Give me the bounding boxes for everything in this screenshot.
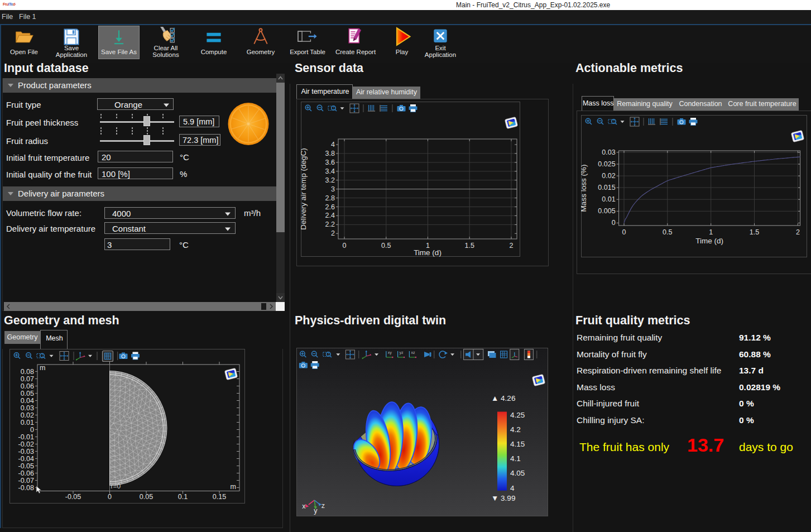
svg-text:0.01: 0.01 <box>602 195 615 203</box>
svg-text:0: 0 <box>622 228 626 236</box>
svg-text:0.1: 0.1 <box>178 493 188 501</box>
svg-text:0.01: 0.01 <box>21 419 34 426</box>
svg-text:-0.04: -0.04 <box>18 455 35 463</box>
svg-text:0.5: 0.5 <box>381 242 391 250</box>
svg-text:3.4: 3.4 <box>325 167 335 175</box>
svg-text:0: 0 <box>30 426 34 434</box>
svg-text:r=0: r=0 <box>111 482 121 490</box>
svg-text:0.08: 0.08 <box>21 368 34 376</box>
svg-text:-0.06: -0.06 <box>18 469 35 477</box>
svg-text:4.25: 4.25 <box>510 411 525 419</box>
svg-text:2.8: 2.8 <box>325 194 335 202</box>
svg-text:Mass loss (%): Mass loss (%) <box>581 165 588 212</box>
svg-text:0.02: 0.02 <box>21 411 34 419</box>
svg-text:-0.07: -0.07 <box>18 477 35 485</box>
svg-text:yz: yz <box>400 351 404 355</box>
svg-text:0.04: 0.04 <box>21 397 34 405</box>
svg-text:-0.08: -0.08 <box>18 484 35 492</box>
svg-text:Time (d): Time (d) <box>414 248 442 257</box>
svg-text:4: 4 <box>331 141 335 148</box>
svg-text:-0.05: -0.05 <box>18 462 35 470</box>
svg-text:0.02: 0.02 <box>602 172 615 180</box>
svg-text:0.06: 0.06 <box>21 382 34 390</box>
svg-text:4.05: 4.05 <box>510 469 525 477</box>
svg-text:-0.03: -0.03 <box>18 448 35 456</box>
svg-text:0.05: 0.05 <box>140 493 153 501</box>
svg-text:m: m <box>40 364 45 372</box>
svg-text:2: 2 <box>331 229 335 237</box>
svg-text:0.025: 0.025 <box>598 160 615 168</box>
svg-text:3.2: 3.2 <box>325 176 335 184</box>
svg-text:xy: xy <box>388 351 392 355</box>
svg-text:1.5: 1.5 <box>750 228 759 236</box>
svg-text:0.15: 0.15 <box>213 493 226 501</box>
svg-text:2.6: 2.6 <box>325 203 335 211</box>
svg-text:4.1: 4.1 <box>510 454 521 463</box>
svg-text:0: 0 <box>108 493 112 501</box>
svg-text:x: x <box>302 502 306 510</box>
svg-text:y: y <box>314 507 318 515</box>
svg-text:0.5: 0.5 <box>663 228 672 236</box>
svg-text:0.07: 0.07 <box>21 375 34 383</box>
svg-text:1: 1 <box>709 228 713 236</box>
svg-text:3.8: 3.8 <box>325 150 335 157</box>
svg-text:2.2: 2.2 <box>325 221 335 228</box>
svg-text:4.2: 4.2 <box>510 425 521 434</box>
svg-text:2.4: 2.4 <box>325 212 335 219</box>
svg-text:z: z <box>321 502 325 510</box>
svg-text:3: 3 <box>331 185 335 193</box>
svg-text:2: 2 <box>796 228 800 236</box>
svg-text:0.03: 0.03 <box>21 404 34 412</box>
svg-text:4.15: 4.15 <box>510 440 525 448</box>
svg-text:0.05: 0.05 <box>21 390 34 397</box>
svg-text:Time (d): Time (d) <box>695 237 723 245</box>
svg-text:▲ 4.26: ▲ 4.26 <box>491 394 515 402</box>
svg-text:-0.02: -0.02 <box>18 440 35 448</box>
svg-text:1.5: 1.5 <box>465 242 474 250</box>
svg-text:▼ 3.99: ▼ 3.99 <box>491 494 515 502</box>
svg-text:0.005: 0.005 <box>598 207 615 215</box>
svg-text:-0.01: -0.01 <box>18 433 35 441</box>
svg-text:Delivery air temp (degC): Delivery air temp (degC) <box>301 148 308 229</box>
svg-text:0.03: 0.03 <box>602 148 615 156</box>
svg-text:-0.05: -0.05 <box>65 493 81 501</box>
svg-text:3.6: 3.6 <box>325 159 335 166</box>
svg-text:2: 2 <box>510 242 514 250</box>
svg-text:4: 4 <box>510 484 515 492</box>
svg-text:0.015: 0.015 <box>598 184 615 191</box>
svg-text:0: 0 <box>343 242 347 250</box>
svg-text:m: m <box>231 483 236 491</box>
svg-text:xz: xz <box>411 351 415 354</box>
svg-text:0: 0 <box>612 219 616 227</box>
